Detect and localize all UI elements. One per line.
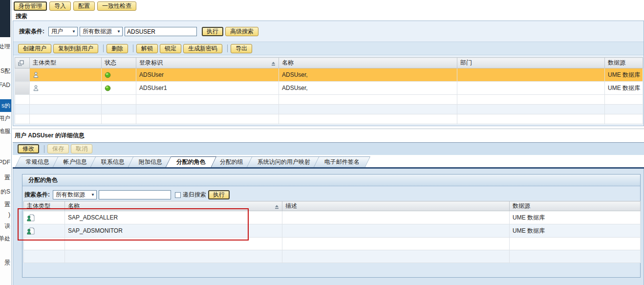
column-header[interactable]: 部门 <box>457 58 605 68</box>
status-ok-icon <box>105 72 111 78</box>
empty-row[interactable] <box>15 105 643 114</box>
tab-label: 附加信息 <box>139 158 162 166</box>
search-criteria-label: 搜索条件: <box>19 27 44 36</box>
column-header[interactable]: 名称 <box>65 201 282 211</box>
sidebar-item[interactable]: ) <box>8 211 10 218</box>
topbar-button[interactable]: 配置 <box>73 1 95 11</box>
topbar-button[interactable]: 一致性检查 <box>97 1 136 11</box>
column-header[interactable]: 主体类型 <box>24 201 65 211</box>
column-header[interactable]: 名称 <box>279 58 457 68</box>
column-header[interactable]: 数据源 <box>605 58 643 68</box>
select-all-icon <box>18 60 24 66</box>
empty-cell <box>457 114 605 124</box>
datasource-value: 所有数据源 <box>83 27 112 36</box>
column-header[interactable]: 数据源 <box>510 201 641 211</box>
search-query-input[interactable] <box>125 27 197 36</box>
sidebar-item[interactable]: 处理 <box>0 43 10 51</box>
tab[interactable]: 电子邮件签名 <box>314 156 371 167</box>
tab[interactable]: 系统访问的用户映射 <box>247 156 322 167</box>
details-action-button[interactable]: 修改 <box>18 144 39 153</box>
sidebar-item[interactable]: 误 <box>4 222 10 230</box>
sidebar-item[interactable]: 单处 <box>0 235 10 243</box>
sidebar-item[interactable]: 置 <box>4 174 10 182</box>
datasource-cell: UME 数据库 <box>605 82 643 95</box>
column-header[interactable]: 状态 <box>102 58 136 68</box>
table-header-row: 主体类型状态登录标识名称部门数据源 <box>15 58 643 68</box>
department-cell <box>457 68 605 82</box>
recursive-search-checkbox[interactable] <box>175 192 181 198</box>
sidebar-item[interactable]: 用户 <box>0 114 10 123</box>
roles-execute-button[interactable]: 执行 <box>208 190 230 199</box>
sidebar-item[interactable]: PDF <box>0 159 10 166</box>
user-action-button[interactable]: 锁定 <box>160 44 181 53</box>
empty-row[interactable] <box>24 238 641 250</box>
principal-type-cell <box>30 82 102 95</box>
empty-cell <box>15 105 30 114</box>
empty-cell <box>65 238 282 250</box>
principal-type-select[interactable]: 用户 ▼ <box>48 27 78 36</box>
user-action-button[interactable]: 生成新密码 <box>183 44 222 53</box>
user-row[interactable]: ADSUser1ADSUser, UME 数据库 <box>15 82 643 95</box>
roles-query-input[interactable] <box>99 190 171 199</box>
column-header[interactable]: 描述 <box>282 201 510 211</box>
empty-cell <box>605 95 643 105</box>
sidebar-item[interactable]: FAD <box>0 82 10 88</box>
select-all-icon[interactable] <box>15 58 30 68</box>
empty-row[interactable] <box>15 114 643 124</box>
user-action-button[interactable]: 复制到新用户 <box>53 44 98 53</box>
datasource-select[interactable]: 所有数据源 ▼ <box>80 27 123 36</box>
user-row[interactable]: ADSUserADSUser, UME 数据库 <box>15 68 643 82</box>
chevron-down-icon: ▼ <box>91 193 95 197</box>
empty-cell <box>30 114 102 124</box>
user-action-button[interactable]: 创建用户 <box>18 44 51 53</box>
user-action-button[interactable]: 导出 <box>231 44 252 53</box>
role-icon <box>27 227 35 235</box>
empty-row[interactable] <box>15 95 643 105</box>
search-panel: 搜索条件: 用户 ▼ 所有数据源 ▼ 执行 高级搜索 创建用户复制到新用户删除解… <box>13 21 644 126</box>
details-action-button: 取消 <box>71 144 92 153</box>
row-selector[interactable] <box>15 82 30 95</box>
empty-cell <box>457 105 605 114</box>
empty-cell <box>102 114 136 124</box>
user-icon <box>33 85 39 91</box>
sidebar-item[interactable]: 置 <box>4 200 10 209</box>
principal-type-cell <box>24 211 65 224</box>
tab-selected[interactable]: 分配的角色 <box>166 156 217 167</box>
sidebar-item[interactable]: 景 <box>4 259 10 267</box>
column-header[interactable]: 登录标识 <box>136 58 279 68</box>
sidebar-item[interactable]: 的S <box>0 188 10 196</box>
sort-ascending-icon <box>275 205 279 209</box>
user-action-button[interactable]: 解锁 <box>136 44 158 53</box>
topbar-button[interactable]: 导入 <box>49 1 71 11</box>
datasource-cell: UME 数据库 <box>605 68 643 82</box>
roles-datasource-select[interactable]: 所有数据源 ▼ <box>53 190 97 199</box>
datasource-cell: UME 数据库 <box>510 211 641 224</box>
column-header[interactable]: 主体类型 <box>30 58 102 68</box>
advanced-search-button[interactable]: 高级搜索 <box>225 27 258 36</box>
toolbar-divider <box>103 44 104 52</box>
sidebar-item[interactable]: S配 <box>0 67 10 75</box>
topbar-button[interactable]: 身份管理 <box>14 1 47 11</box>
row-selector[interactable] <box>15 68 30 82</box>
toolbar-divider <box>133 44 133 52</box>
role-row[interactable]: SAP_ADSCALLER UME 数据库 <box>24 211 641 224</box>
tab-label: 帐户信息 <box>64 158 87 166</box>
empty-cell <box>279 105 457 114</box>
role-row[interactable]: SAP_ADSMONITOR UME 数据库 <box>24 224 641 238</box>
empty-row[interactable] <box>24 250 641 263</box>
empty-cell <box>510 238 641 250</box>
tab-label: 联系信息 <box>101 158 125 166</box>
empty-cell <box>136 114 279 124</box>
empty-cell <box>282 250 510 263</box>
assigned-roles-header: 分配的角色 <box>22 175 640 186</box>
status-cell <box>102 82 136 95</box>
execute-search-button[interactable]: 执行 <box>202 27 223 36</box>
user-action-button[interactable]: 删除 <box>107 44 128 53</box>
sidebar-item[interactable]: 地服 <box>0 127 10 135</box>
toolbar-divider <box>227 44 228 52</box>
sidebar-item-selected[interactable]: s的 <box>0 99 11 112</box>
user-icon <box>33 71 39 78</box>
status-cell <box>102 68 136 82</box>
top-toolbar: 身份管理导入配置一致性检查 <box>14 1 136 11</box>
status-ok-icon <box>105 85 111 91</box>
